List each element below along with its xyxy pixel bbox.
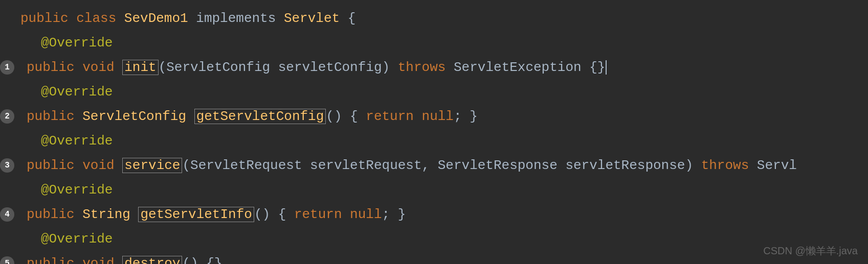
line-number-3: 3	[0, 158, 14, 173]
annotation-1: @Override	[41, 36, 113, 50]
annotation-3: @Override	[41, 134, 113, 148]
method-getservletinfo-line: 4 public String getServletInfo() { retur…	[0, 201, 868, 228]
line-number-5: 5	[0, 256, 14, 264]
line-number-1: 1	[0, 60, 14, 75]
method-getservletconfig-line: 2 public ServletConfig getServletConfig(…	[0, 103, 868, 130]
annotation-2: @Override	[41, 85, 113, 99]
destroy-method-box: destroy	[122, 256, 182, 264]
method-getservletinfo-code: public String getServletInfo() { return …	[27, 207, 406, 222]
method-destroy-line: 5 public void destroy() {}	[0, 250, 868, 264]
annotation-4: @Override	[41, 183, 113, 197]
class-header-text: public class SevDemo1 implements Servlet…	[20, 12, 355, 25]
class-header-line: public class SevDemo1 implements Servlet…	[0, 5, 868, 32]
method-init-line: 1 public void init(ServletConfig servlet…	[0, 54, 868, 81]
line-number-4: 4	[0, 207, 14, 222]
annotation-5: @Override	[41, 232, 113, 246]
line-number-2: 2	[0, 109, 14, 124]
watermark: CSDN @懒羊羊.java	[763, 244, 858, 258]
override-4: @Override	[0, 179, 868, 201]
init-method-box: init	[122, 60, 158, 75]
method-service-code: public void service(ServletRequest servl…	[27, 158, 797, 173]
override-1: @Override	[0, 32, 868, 54]
override-3: @Override	[0, 130, 868, 152]
override-2: @Override	[0, 81, 868, 103]
method-getservletconfig-code: public ServletConfig getServletConfig() …	[27, 109, 478, 124]
code-editor: public class SevDemo1 implements Servlet…	[0, 0, 868, 264]
getservletinfo-method-box: getServletInfo	[138, 207, 254, 222]
service-method-box: service	[122, 158, 182, 173]
method-service-line: 3 public void service(ServletRequest ser…	[0, 152, 868, 179]
override-5: @Override	[0, 228, 868, 250]
getservletconfig-method-box: getServletConfig	[194, 109, 326, 124]
method-destroy-code: public void destroy() {}	[27, 256, 222, 264]
method-init-code: public void init(ServletConfig servletCo…	[27, 60, 607, 75]
